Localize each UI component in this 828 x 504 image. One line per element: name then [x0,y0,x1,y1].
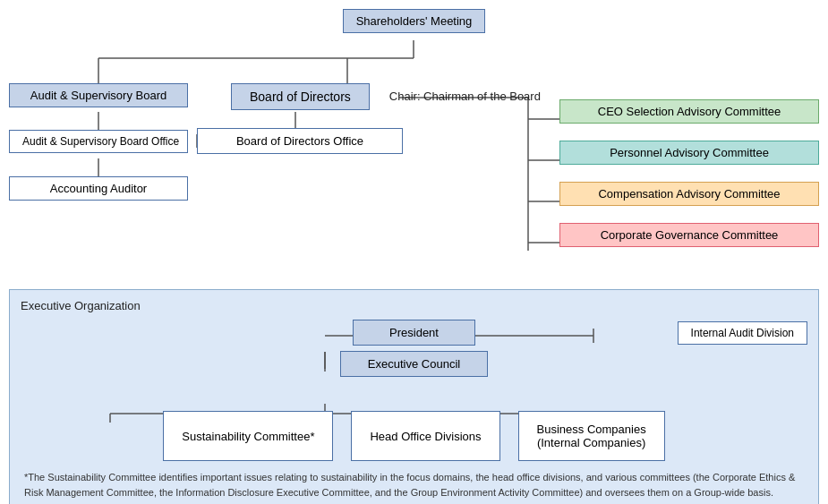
compensation-advisory-box: Compensation Advisory Committee [559,182,819,206]
executive-section: Executive Organization [9,289,819,504]
executive-council-box: Executive Council [340,351,488,377]
exec-org-label: Executive Organization [21,299,807,312]
board-of-directors-office-box: Board of Directors Office [197,128,403,154]
org-chart: Shareholders' Meeting [9,9,819,504]
chair-label: Chair: Chairman of the Board [389,83,541,110]
exec-content: President Internal Audit Division Execut… [21,320,807,461]
footnote: *The Sustainability Committee identifies… [21,470,807,500]
head-office-divisions-box: Head Office Divisions [351,411,499,461]
president-box: President [353,320,475,346]
shareholders-row: Shareholders' Meeting [9,9,819,33]
president-row: President Internal Audit Division [21,320,807,346]
audit-supervisory-board-box: Audit & Supervisory Board [9,83,188,107]
business-companies-box: Business Companies (Internal Companies) [518,411,665,461]
top-section: Audit & Supervisory Board Audit & Superv… [9,40,819,282]
corporate-governance-box: Corporate Governance Committee [559,223,819,247]
bottom-boxes-row: Sustainability Committee* Head Office Di… [163,411,664,461]
audit-supervisory-board-office-box: Audit & Supervisory Board Office [9,130,188,153]
ceo-selection-box: CEO Selection Advisory Committee [559,99,819,124]
shareholders-box: Shareholders' Meeting [343,9,486,33]
internal-audit-box: Internal Audit Division [678,321,807,345]
personnel-advisory-box: Personnel Advisory Committee [559,141,819,165]
sustainability-committee-box: Sustainability Committee* [163,411,333,461]
exec-inner: President Internal Audit Division Execut… [21,320,807,461]
accounting-auditor-box: Accounting Auditor [9,176,188,201]
board-of-directors-row: Board of Directors Chair: Chairman of th… [231,83,464,110]
